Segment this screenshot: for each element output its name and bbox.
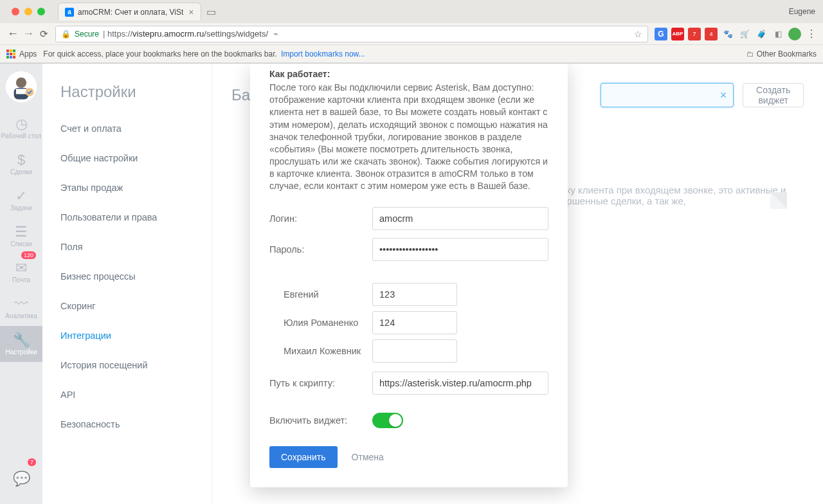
- browser-menu-icon[interactable]: ⋮: [805, 28, 818, 40]
- modal-overlay: Как работает: После того как Вы подключи…: [212, 64, 823, 504]
- ext-green-icon[interactable]: [788, 28, 801, 40]
- apps-icon[interactable]: [6, 50, 15, 59]
- maximize-window[interactable]: [37, 8, 45, 15]
- close-window[interactable]: [12, 8, 19, 15]
- new-tab-button[interactable]: ▭: [205, 6, 218, 18]
- ext-badge2-icon[interactable]: 4: [705, 28, 718, 40]
- sidebar-item-history[interactable]: История посещений: [42, 350, 212, 380]
- rail-settings[interactable]: 🔧 Настройки: [0, 326, 42, 362]
- list-icon: ☰: [15, 225, 28, 239]
- back-button[interactable]: ←: [5, 27, 21, 40]
- sidebar-item-integrations[interactable]: Интеграции: [42, 321, 212, 350]
- settings-sidebar: Настройки Счет и оплата Общие настройки …: [42, 64, 212, 504]
- browser-chrome: a amoCRM: Счет и оплата, ViSt × ▭ Eugene…: [0, 0, 823, 64]
- apps-label[interactable]: Apps: [19, 50, 37, 59]
- user-avatar[interactable]: [0, 64, 42, 110]
- bookmark-tip: For quick access, place your bookmarks h…: [43, 50, 277, 59]
- rail-tasks[interactable]: ✓ Задачи: [0, 182, 42, 218]
- favicon: a: [65, 8, 74, 17]
- tab-strip: a amoCRM: Счет и оплата, ViSt × ▭ Eugene: [0, 0, 823, 23]
- dollar-icon: $: [17, 153, 25, 167]
- secure-label: Secure: [75, 30, 99, 39]
- chart-icon: 〰: [14, 297, 28, 311]
- mail-badge: 120: [21, 251, 36, 259]
- svg-point-4: [26, 88, 34, 96]
- sidebar-item-bp[interactable]: Бизнес процессы: [42, 262, 212, 291]
- password-key-icon[interactable]: ⌁: [273, 29, 278, 39]
- forward-button: →: [21, 27, 36, 40]
- gauge-icon: ◷: [15, 117, 28, 131]
- user-ext-0[interactable]: [372, 283, 457, 306]
- bookmark-star-icon[interactable]: ☆: [634, 29, 642, 39]
- user-label-1: Юлия Романенко: [269, 318, 372, 328]
- user-label-0: Евгений: [269, 289, 372, 300]
- enable-toggle[interactable]: [372, 413, 403, 428]
- user-label-2: Михаил Кожевник: [269, 346, 372, 356]
- browser-toolbar: ← → ⟳ 🔒 Secure | https://vistepru.amocrm…: [0, 23, 823, 45]
- script-label: Путь к скрипту:: [269, 378, 372, 388]
- rail-lists[interactable]: ☰ Списки: [0, 218, 42, 254]
- bookmarks-bar: Apps For quick access, place your bookma…: [0, 45, 823, 63]
- rail-dashboard[interactable]: ◷ Рабочий стол: [0, 110, 42, 146]
- sidebar-item-api[interactable]: API: [42, 380, 212, 410]
- rail-deals[interactable]: $ Сделки: [0, 146, 42, 182]
- lock-icon: 🔒: [61, 30, 71, 39]
- sidebar-title: Настройки: [42, 64, 212, 114]
- ext-bag-icon[interactable]: 🧳: [755, 28, 768, 40]
- chat-badge: 7: [28, 458, 36, 466]
- url-text: https://vistepru.amocrm.ru/settings/widg…: [107, 29, 268, 39]
- ext-paw-icon[interactable]: 🐾: [721, 28, 734, 40]
- folder-icon: 🗀: [746, 50, 754, 59]
- password-input[interactable]: [372, 238, 548, 261]
- window-controls[interactable]: [5, 8, 51, 15]
- tab-title: amoCRM: Счет и оплата, ViSt: [78, 8, 183, 17]
- ext-google-icon[interactable]: G: [655, 28, 667, 40]
- rail-analytics[interactable]: 〰 Аналитика: [0, 290, 42, 326]
- sidebar-item-users[interactable]: Пользователи и права: [42, 203, 212, 232]
- script-input[interactable]: [372, 372, 548, 395]
- address-bar[interactable]: 🔒 Secure | https://vistepru.amocrm.ru/se…: [55, 26, 648, 42]
- browser-tab[interactable]: a amoCRM: Счет и оплата, ViSt ×: [58, 3, 201, 21]
- ext-badge1-icon[interactable]: 7: [688, 28, 701, 40]
- nav-rail: ◷ Рабочий стол $ Сделки ✓ Задачи ☰ Списк…: [0, 64, 42, 504]
- cancel-button[interactable]: Отмена: [352, 452, 384, 462]
- sidebar-item-security[interactable]: Безопасность: [42, 410, 212, 439]
- sidebar-item-stages[interactable]: Этапы продаж: [42, 173, 212, 203]
- sidebar-item-billing[interactable]: Счет и оплата: [42, 114, 212, 143]
- other-bookmarks[interactable]: 🗀 Other Bookmarks: [746, 50, 817, 59]
- mail-icon: ✉: [15, 261, 27, 275]
- password-label: Пароль:: [269, 244, 372, 255]
- sidebar-item-fields[interactable]: Поля: [42, 232, 212, 262]
- ext-abp-icon[interactable]: ABP: [671, 28, 684, 40]
- reload-button[interactable]: ⟳: [36, 28, 51, 40]
- ext-save-icon[interactable]: ◧: [772, 28, 784, 40]
- rail-mail[interactable]: ✉ 120 Почта: [0, 254, 42, 290]
- minimize-window[interactable]: [24, 8, 32, 15]
- chat-icon: 💬: [13, 472, 30, 486]
- user-ext-1[interactable]: [372, 311, 457, 334]
- close-tab-icon[interactable]: ×: [183, 7, 194, 17]
- rail-chat[interactable]: 💬 7: [0, 461, 42, 497]
- user-ext-2[interactable]: [372, 339, 457, 363]
- other-bookmarks-label: Other Bookmarks: [757, 50, 817, 59]
- sidebar-item-general[interactable]: Общие настройки: [42, 143, 212, 173]
- modal-section-title: Как работает:: [269, 69, 548, 79]
- svg-rect-3: [16, 89, 26, 94]
- check-circle-icon: ✓: [15, 189, 27, 203]
- app-frame: ◷ Рабочий стол $ Сделки ✓ Задачи ☰ Списк…: [0, 64, 823, 504]
- enable-label: Включить виджет:: [269, 415, 372, 426]
- wrench-icon: 🔧: [13, 333, 30, 347]
- profile-label[interactable]: Eugene: [789, 7, 815, 16]
- import-bookmarks-link[interactable]: Import bookmarks now...: [281, 50, 365, 59]
- save-button[interactable]: Сохранить: [269, 446, 338, 468]
- login-label: Логин:: [269, 213, 372, 224]
- ext-cart-icon[interactable]: 🛒: [738, 28, 751, 40]
- sidebar-item-scoring[interactable]: Скоринг: [42, 291, 212, 321]
- svg-point-1: [16, 77, 26, 87]
- widget-modal: Как работает: После того как Вы подключи…: [250, 64, 568, 487]
- login-input[interactable]: [372, 207, 548, 230]
- extensions: G ABP 7 4 🐾 🛒 🧳 ◧: [655, 28, 801, 40]
- modal-description: После того как Вы подключили сервис Aste…: [269, 82, 548, 193]
